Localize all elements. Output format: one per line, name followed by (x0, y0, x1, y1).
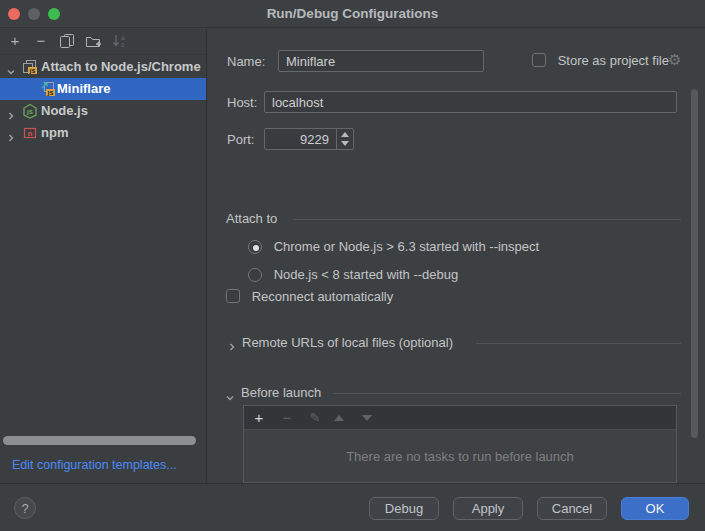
edit-task-icon[interactable]: ✎ (306, 409, 324, 427)
chevron-right-icon[interactable] (6, 128, 16, 144)
apply-button[interactable]: Apply (453, 497, 523, 520)
before-launch-empty-text: There are no tasks to run before launch (244, 430, 676, 484)
attach-run-config-icon: JS (40, 81, 56, 100)
tree-item-attach-to-nodejs-chrome[interactable]: JS Attach to Node.js/Chrome (0, 56, 206, 78)
tree-item-label: Miniflare (57, 78, 110, 100)
before-launch-section-header[interactable]: Before launch (208, 383, 705, 403)
before-launch-title: Before launch (241, 383, 321, 403)
reconnect-automatically-option[interactable]: Reconnect automatically (226, 287, 393, 307)
add-configuration-icon[interactable]: + (6, 32, 24, 50)
store-as-project-file-option: Store as project file (532, 53, 669, 68)
vertical-scrollbar[interactable] (691, 89, 698, 438)
titlebar: Run/Debug Configurations (0, 0, 705, 28)
store-as-project-file-checkbox[interactable] (532, 53, 546, 67)
svg-text:JS: JS (46, 90, 53, 97)
host-row: Host: (208, 91, 705, 115)
host-label: Host: (227, 95, 257, 110)
move-task-down-icon[interactable] (362, 415, 372, 421)
add-task-icon[interactable]: + (250, 409, 268, 427)
remove-task-icon[interactable]: − (278, 409, 296, 427)
name-input[interactable] (278, 50, 484, 72)
svg-text:n: n (28, 130, 33, 138)
port-stepper[interactable] (336, 129, 353, 149)
attach-to-title: Attach to (226, 209, 277, 229)
debug-button[interactable]: Debug (369, 497, 439, 520)
tree-item-npm[interactable]: n npm (0, 122, 206, 144)
stepper-up-icon[interactable] (341, 132, 349, 137)
radio-label: Node.js < 8 started with --debug (274, 267, 459, 282)
tree-item-miniflare[interactable]: JS Miniflare (0, 78, 206, 100)
tree-item-nodejs[interactable]: JS Node.js (0, 100, 206, 122)
sort-configurations-icon[interactable]: a z (110, 32, 128, 50)
reconnect-automatically-checkbox[interactable] (226, 289, 240, 303)
radio-label: Chrome or Node.js > 6.3 started with --i… (274, 239, 540, 254)
radio-option-inspect[interactable]: Chrome or Node.js > 6.3 started with --i… (248, 237, 539, 257)
configuration-form: Name: Store as project file ⚙ Host: Port… (208, 29, 705, 483)
cancel-button[interactable]: Cancel (537, 497, 607, 520)
help-button[interactable]: ? (14, 497, 36, 519)
npm-icon: n (22, 125, 38, 144)
reconnect-automatically-label: Reconnect automatically (252, 289, 394, 304)
copy-configuration-icon[interactable] (58, 32, 76, 50)
tree-item-label: Attach to Node.js/Chrome (41, 56, 201, 78)
configurations-tree: JS Attach to Node.js/Chrome JS Miniflare (0, 56, 206, 144)
ok-button[interactable]: OK (621, 497, 689, 520)
before-launch-tasks-panel: + − ✎ There are no tasks to run before l… (243, 405, 677, 483)
remote-urls-section-header[interactable]: Remote URLs of local files (optional) (208, 333, 705, 353)
port-label: Port: (227, 132, 254, 147)
host-input[interactable] (264, 91, 677, 113)
chevron-down-icon[interactable] (225, 389, 235, 409)
store-as-project-file-label: Store as project file (558, 53, 669, 68)
attach-config-type-icon: JS (22, 59, 38, 78)
radio-button-unselected[interactable] (248, 268, 262, 282)
section-divider (293, 219, 681, 220)
before-launch-toolbar: + − ✎ (244, 406, 676, 430)
tree-item-label: Node.js (41, 100, 88, 122)
port-row: Port: (208, 128, 705, 152)
sidebar-toolbar: + − a z (0, 29, 206, 55)
remove-configuration-icon[interactable]: − (32, 32, 50, 50)
chevron-down-icon[interactable] (6, 62, 16, 78)
chevron-right-icon[interactable] (227, 338, 237, 358)
tree-item-label: npm (41, 122, 68, 144)
run-debug-configurations-dialog: Run/Debug Configurations + − (0, 0, 705, 531)
name-label: Name: (227, 54, 265, 69)
chevron-right-icon[interactable] (6, 106, 16, 122)
port-field (264, 128, 354, 150)
section-divider (333, 393, 681, 394)
svg-text:JS: JS (28, 68, 35, 75)
name-row: Name: Store as project file ⚙ (208, 50, 705, 74)
section-divider (476, 343, 681, 344)
port-input[interactable] (265, 129, 335, 149)
stepper-down-icon[interactable] (341, 141, 349, 146)
svg-text:JS: JS (26, 109, 33, 116)
dialog-title: Run/Debug Configurations (0, 0, 705, 28)
attach-to-section-header: Attach to (208, 209, 705, 229)
radio-option-debug[interactable]: Node.js < 8 started with --debug (248, 265, 458, 285)
nodejs-icon: JS (22, 103, 38, 122)
horizontal-scrollbar[interactable] (3, 436, 196, 445)
gear-icon[interactable]: ⚙ (668, 51, 681, 69)
move-task-up-icon[interactable] (334, 415, 344, 421)
radio-button-selected[interactable] (248, 240, 262, 254)
remote-urls-title: Remote URLs of local files (optional) (242, 333, 453, 353)
new-folder-icon[interactable] (84, 32, 102, 50)
edit-configuration-templates-link[interactable]: Edit configuration templates... (12, 458, 177, 472)
configurations-sidebar: + − a z (0, 29, 207, 483)
svg-text:z: z (121, 41, 125, 49)
